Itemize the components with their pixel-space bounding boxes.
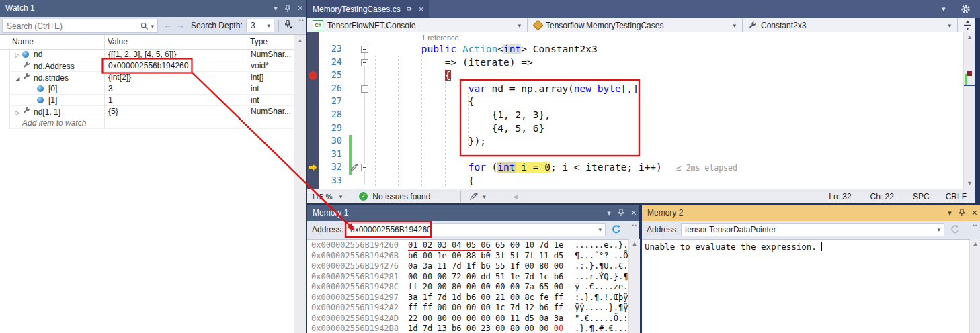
watch-scrollbar[interactable]: ▲	[294, 35, 306, 333]
column-header-name[interactable]: Name	[12, 35, 34, 49]
watch-row[interactable]: [0]3int	[0, 83, 294, 95]
window-position-icon[interactable]: ▾	[274, 0, 278, 17]
zoom-dropdown-icon[interactable]: ▾	[339, 193, 343, 200]
watch-row-type: NumShar...	[247, 106, 294, 117]
health-check-icon[interactable]: ✓	[359, 192, 368, 201]
watch-row-value[interactable]	[104, 117, 247, 129]
expander-icon[interactable]: ▷	[13, 50, 22, 60]
memory2-scrollbar[interactable]: ▲	[969, 239, 980, 333]
search-forward-icon[interactable]: →	[176, 20, 185, 30]
column-indicator[interactable]: Ch: 22	[870, 192, 894, 201]
code-cleanup-icon[interactable]	[469, 192, 479, 201]
watch-row-name: [1]	[48, 95, 57, 105]
watch-row[interactable]: [1]1int	[0, 95, 294, 106]
watch-titlebar: Watch 1 ▾ ×	[0, 0, 306, 17]
close-icon[interactable]: ×	[972, 205, 977, 221]
chevron-down-icon: ▾	[944, 22, 954, 29]
code-line[interactable]: public Action<int> Constant2x3	[374, 43, 598, 56]
watch-row-type: int	[247, 83, 294, 95]
search-input[interactable]: Search (Ctrl+E) ▾	[2, 19, 158, 33]
code-area[interactable]: 2324252627282930313233 public Action<int…	[307, 32, 975, 189]
toolbar-overflow-icon[interactable]: ••	[632, 222, 637, 229]
search-icon[interactable]	[140, 22, 149, 30]
window-position-icon[interactable]: ▾	[948, 205, 952, 221]
expander-icon[interactable]: ◢	[13, 73, 22, 83]
memory-row-hex: b6 00 1e 00 88 b0 3f 5f 7f 11 d5	[408, 251, 563, 260]
code-line[interactable]: });	[374, 135, 486, 148]
scroll-down-icon[interactable]: ▼	[964, 181, 975, 187]
search-depth-label: Search Depth:	[191, 21, 243, 30]
watch-row[interactable]: ▷nd{[[1, 2, 3], [4, 5, 6]]}NumShar...	[0, 49, 294, 60]
code-line[interactable]: => (iterate) =>	[374, 56, 533, 70]
code-line[interactable]: var nd = np.array(new byte[,]	[374, 83, 639, 96]
watch-row[interactable]: ▷nd[1, 1]{5}NumShar...	[0, 106, 294, 117]
scroll-up-icon[interactable]: ▲	[294, 35, 306, 44]
zoom-level[interactable]: 115 %	[311, 193, 333, 201]
code-line[interactable]: {	[374, 69, 451, 83]
tab-memorytestingcases[interactable]: MemoryTestingCases.cs ×	[307, 0, 429, 18]
filter-pinned-icon[interactable]	[283, 19, 294, 30]
watch-row-value[interactable]: {5}	[104, 106, 247, 117]
project-dropdown[interactable]: C# TensorFlowNET.Console ▾	[307, 18, 528, 32]
watch-row[interactable]: nd.Address0x000002556b194260void*	[0, 60, 294, 72]
editor-window: MemoryTestingCases.cs × ▾ C# TensorFlowN…	[307, 0, 980, 203]
memory-row-ascii: .}.¶.#.€...	[575, 324, 628, 333]
column-header-value[interactable]: Value	[108, 35, 128, 49]
class-dropdown[interactable]: Tensorflow.MemoryTestingCases ▾	[528, 18, 743, 32]
pin-icon[interactable]	[958, 209, 965, 217]
watch-row-value[interactable]: 0x000002556b194260	[104, 60, 247, 72]
gear-icon[interactable]	[961, 4, 971, 14]
memory-row-ascii: .:.}.¶U..€.	[575, 261, 628, 271]
eol-indicator[interactable]: CRLF	[946, 192, 967, 201]
toolbar-overflow-icon[interactable]: ••	[973, 222, 978, 229]
code-line[interactable]: {1, 2, 3},	[374, 109, 550, 122]
memory1-address-input[interactable]: 0x000002556B194260 ▾	[346, 223, 606, 236]
pin-icon[interactable]	[284, 5, 291, 13]
search-options-icon[interactable]: ▾	[151, 23, 154, 30]
memory1-scrollbar[interactable]: ▲	[628, 239, 640, 333]
field-icon	[37, 95, 46, 106]
chevron-down-icon: ▾	[729, 22, 739, 29]
close-icon[interactable]: ×	[631, 205, 637, 221]
issues-status[interactable]: No issues found	[372, 192, 430, 201]
memory1-content[interactable]: 0x000002556B19426001 02 03 04 05 06 65 0…	[307, 239, 628, 333]
document-dropdown-icon[interactable]: ▾	[942, 5, 946, 13]
perf-tip: ≤ 2ms elapsed	[677, 163, 737, 173]
search-back-icon[interactable]: ←	[163, 20, 172, 30]
code-line[interactable]: {	[374, 175, 474, 188]
refresh-icon[interactable]	[611, 224, 621, 234]
space-mode-indicator[interactable]: SPC	[913, 192, 930, 201]
watch-row-value[interactable]: {int[2]}	[104, 72, 247, 83]
memory-row-ascii: :.}.¶.!.Œþÿ	[575, 293, 628, 302]
memory2-address-input[interactable]: tensor.TensorDataPointer ▾	[681, 223, 944, 236]
code-line[interactable]: {4, 5, 6}	[374, 122, 544, 136]
editor-scrollbar[interactable]: ▲ ▼	[963, 32, 975, 189]
close-icon[interactable]: ×	[298, 0, 303, 17]
code-cleanup-dropdown-icon[interactable]: ▾	[483, 193, 486, 200]
watch-row[interactable]: Add item to watch	[0, 117, 294, 129]
split-window-button[interactable]	[958, 18, 975, 32]
memory2-message: Unable to evaluate the expression.	[645, 242, 822, 252]
hscroll-left-icon[interactable]: ◀	[513, 193, 518, 200]
code-line[interactable]: for (int i = 0; i < iterate; i++)≤ 2ms e…	[374, 161, 737, 175]
watch-row-value[interactable]: 3	[104, 83, 247, 95]
window-position-icon[interactable]: ▾	[607, 205, 611, 221]
tab-close-icon[interactable]: ×	[419, 4, 424, 14]
scroll-up-icon[interactable]: ▲	[629, 239, 640, 247]
code-line[interactable]: {	[374, 95, 474, 109]
scroll-up-icon[interactable]: ▲	[970, 239, 980, 247]
watch-row-name: nd.Address	[34, 62, 75, 71]
scroll-up-icon[interactable]: ▲	[964, 32, 975, 40]
watch-row[interactable]: ◢nd.strides{int[2]}int[]	[0, 72, 294, 83]
search-depth-select[interactable]: 3 ▾	[246, 19, 274, 32]
column-header-type[interactable]: Type	[250, 35, 268, 49]
line-indicator[interactable]: Ln: 32	[829, 192, 851, 201]
toolbar-overflow-icon[interactable]: ••	[299, 17, 304, 24]
member-dropdown[interactable]: Constant2x3 ▾	[743, 18, 958, 32]
pin-icon[interactable]	[618, 209, 624, 217]
watch-row-value[interactable]: {[[1, 2, 3], [4, 5, 6]]}	[104, 49, 247, 60]
tab-pin-icon[interactable]	[406, 5, 413, 13]
expander-icon[interactable]: ▷	[13, 107, 22, 117]
codelens-references[interactable]: 1 reference	[421, 34, 459, 42]
watch-row-value[interactable]: 1	[104, 95, 247, 106]
